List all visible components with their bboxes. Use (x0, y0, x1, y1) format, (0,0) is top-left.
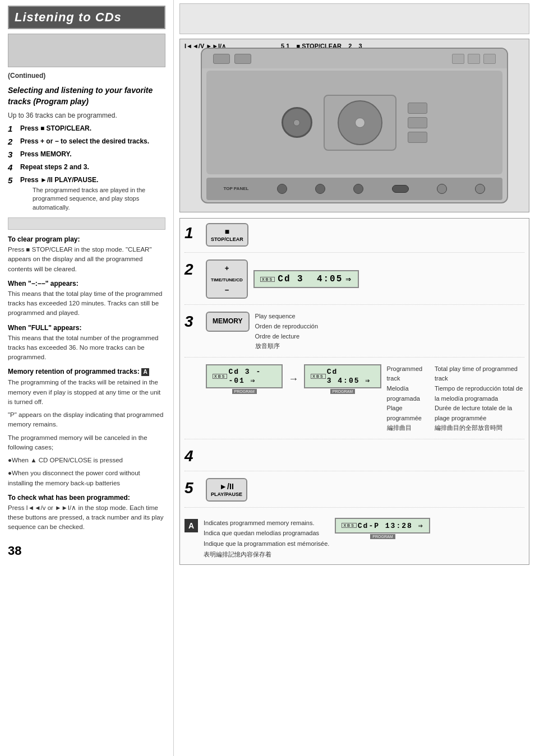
programmed-memory-display: XBS Cd-P 13:28 ⇒ (335, 518, 430, 534)
when2-heading: When "FULL" appears: (8, 324, 165, 332)
step-a-icon: A (185, 519, 198, 532)
device-inner: TOP PANEL (201, 48, 508, 203)
device-button (437, 184, 447, 194)
left-column: Listening to CDs (Continued) Selecting a… (0, 0, 174, 756)
caption-right: Total play time of programmed track Tiem… (435, 364, 524, 433)
top-decorative (179, 3, 529, 34)
step-number: 3 (8, 150, 20, 159)
continued-label: (Continued) (8, 72, 165, 80)
display-xbs-tag: XBS (260, 277, 275, 282)
programmed-track-display: XBS Cd 3 --01 ⇒ (206, 364, 283, 388)
memory-bullet1: ●When ▲ CD OPEN/CLOSE is pressed (8, 456, 165, 465)
intro-text: Up to 36 tracks can be programmed. (8, 112, 165, 119)
memory-text1: The programming of the tracks will be re… (8, 378, 165, 407)
steps-list: 1 Press ■ STOP/CLEAR. 2 Press + or − to … (8, 124, 165, 212)
arrow-symbol: → (288, 373, 298, 385)
device-button (353, 184, 363, 194)
step-text: Press + or − to select the desired track… (20, 137, 149, 146)
title-box: Listening to CDs (8, 6, 165, 29)
total-time-display: XBS Cd 3 4:05 ⇒ (304, 364, 381, 388)
step-a-content: Indicates programmed memory remains. Ind… (204, 518, 524, 560)
when1-heading: When "−:−−" appears: (8, 280, 165, 287)
device-button (315, 184, 325, 194)
device-body (206, 71, 502, 174)
step-content: MEMORY Play sequence Orden de reproducci… (206, 312, 524, 351)
clear-text: Press ■ STOP/CLEAR in the stop mode. "CL… (8, 245, 165, 274)
step-text: Press ►/II PLAY/PAUSE. (20, 176, 98, 184)
list-item: 2 Press + or − to select the desired tra… (8, 137, 165, 146)
memory-icon: A (141, 368, 149, 376)
memory-heading: Memory retention of programmed tracks: A (8, 368, 165, 376)
right-step-2: 2 +TIME/TUNE/CD− XBS Cd 3 4:05 ⇒ (185, 259, 524, 305)
step-number: 1 (185, 223, 206, 242)
step-number: 4 (185, 446, 206, 465)
check-heading: To check what has been programmed: (8, 494, 165, 502)
step-content: ►/II PLAY/PAUSE (206, 478, 524, 502)
tune-button: +TIME/TUNE/CD− (206, 259, 248, 299)
list-item: 1 Press ■ STOP/CLEAR. (8, 124, 165, 133)
program-tag-right: PROGRAM (330, 389, 355, 394)
device-diagram: I◄◄/V ►►I/∧ 5 1 ■ STOP/CLEAR 2 3 (179, 39, 529, 212)
stop-clear-button: ■ STOP/CLEAR (206, 223, 248, 247)
right-step-4: 4 (185, 446, 524, 471)
memory-button: MEMORY (206, 312, 250, 332)
display-comparison-row: XBS Cd 3 --01 ⇒ PROGRAM → XBS Cd 3 4:05 … (185, 364, 524, 439)
memory-text3: The programmed memory will be canceled i… (8, 433, 165, 453)
display-value: Cd 3 4:05 (278, 274, 343, 284)
program-tag-left: PROGRAM (232, 389, 257, 394)
divider (8, 217, 165, 230)
right-column: I◄◄/V ►►I/∧ 5 1 ■ STOP/CLEAR 2 3 (174, 0, 535, 756)
step-content: +TIME/TUNE/CD− XBS Cd 3 4:05 ⇒ (206, 259, 524, 299)
track-display: XBS Cd 3 4:05 ⇒ (253, 270, 359, 288)
when1-text: This means that the total play time of t… (8, 289, 165, 318)
list-item: 4 Repeat steps 2 and 3. (8, 163, 165, 172)
program-tag-a: PROGRAM (370, 534, 395, 539)
device-button (277, 184, 287, 194)
step-content: ■ STOP/CLEAR (206, 223, 524, 247)
section-title: Selecting and listening to your favorite… (8, 85, 165, 107)
step-subtext: The programmed tracks are played in the … (33, 186, 165, 212)
page-title: Listening to CDs (15, 10, 159, 25)
list-item: 5 Press ►/II PLAY/PAUSE. The programmed … (8, 175, 165, 212)
page: Listening to CDs (Continued) Selecting a… (0, 0, 535, 756)
device-button (475, 184, 485, 194)
step-number: 4 (8, 163, 20, 172)
right-step-5: 5 ►/II PLAY/PAUSE (185, 478, 524, 508)
step-text: Press ■ STOP/CLEAR. (20, 124, 91, 133)
memory-bullet2: ●When you disconnect the power cord with… (8, 469, 165, 488)
right-steps-panel: 1 ■ STOP/CLEAR 2 +TIME/TUNE/CD− XBS (179, 218, 529, 565)
list-item: 3 Press MEMORY. (8, 150, 165, 159)
step-a-row: A Indicates programmed memory remains. I… (185, 514, 524, 560)
right-step-1: 1 ■ STOP/CLEAR (185, 223, 524, 253)
step-number: 2 (185, 259, 206, 279)
right-step-3: 3 MEMORY Play sequence Orden de reproduc… (185, 312, 524, 357)
display-arrow: ⇒ (345, 273, 352, 285)
step-number: 1 (8, 124, 20, 133)
step-number: 5 (8, 175, 20, 185)
step-number: 2 (8, 137, 20, 146)
device-bottom: TOP PANEL (206, 178, 502, 200)
clear-heading: To clear program play: (8, 235, 165, 243)
play-pause-button: ►/II PLAY/PAUSE (206, 478, 247, 502)
step-a-display: XBS Cd-P 13:28 ⇒ PROGRAM (335, 518, 430, 539)
multilang-text: Play sequence Orden de reproducción Ordr… (255, 312, 319, 351)
step-number: 3 (185, 312, 206, 331)
page-number: 38 (8, 544, 165, 558)
when2-text: This means that the total number of the … (8, 333, 165, 363)
step-a-texts: Indicates programmed memory remains. Ind… (204, 518, 329, 560)
step-text: Repeat steps 2 and 3. (20, 163, 89, 172)
caption-left: Programmed track Melodía programada Plag… (387, 364, 423, 433)
check-text: Press I◄◄/v or ►►I/∧ in the stop mode. E… (8, 503, 165, 532)
step-number: 5 (185, 478, 206, 497)
memory-text2: "P" appears on the display indicating th… (8, 410, 165, 430)
decorative-pattern (8, 34, 165, 67)
step-text: Press MEMORY. (20, 150, 72, 159)
